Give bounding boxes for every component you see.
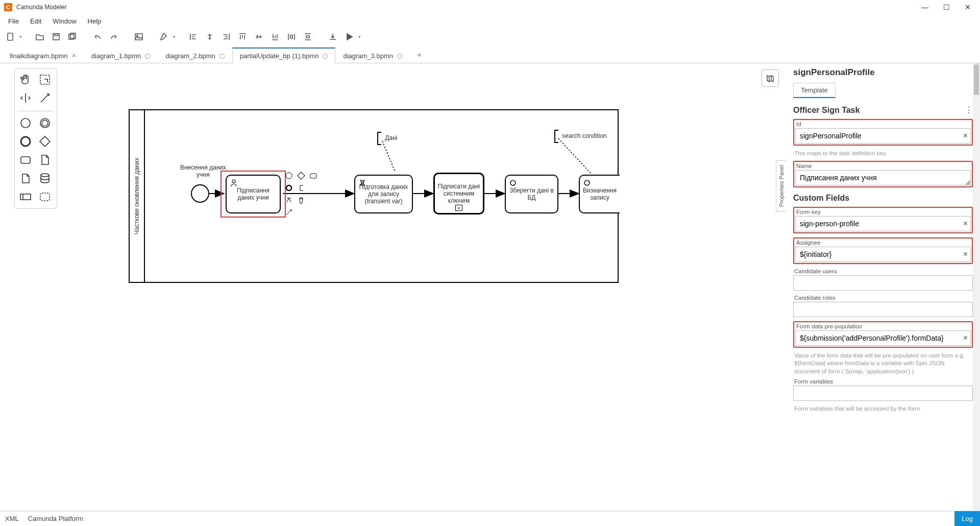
annotation-search[interactable]: search condition xyxy=(554,130,607,143)
id-hint: This maps to the task definition key. xyxy=(793,150,973,158)
palette-hand-tool[interactable] xyxy=(18,72,34,88)
minimize-button[interactable]: — xyxy=(919,1,931,13)
palette-lasso-tool[interactable] xyxy=(37,72,54,88)
align-right-button[interactable] xyxy=(219,30,233,44)
redo-button[interactable] xyxy=(107,30,121,44)
palette-end-event[interactable] xyxy=(18,134,34,150)
bpmn-service-task-define[interactable]: Визначення запису xyxy=(579,175,620,213)
distribute-v-button[interactable] xyxy=(301,30,315,44)
tab-1[interactable]: diagram_1.bpmn xyxy=(84,48,158,63)
svg-rect-13 xyxy=(21,157,30,163)
tab-bar: finalkdiagram.bpmn× diagram_1.bpmn diagr… xyxy=(0,46,980,63)
align-left-button[interactable] xyxy=(186,30,201,44)
formvars-hint: Form variables that will be accessed by … xyxy=(793,405,973,413)
clear-icon[interactable]: × xyxy=(963,219,968,228)
task-label: Зберегти дані в БД xyxy=(508,187,555,201)
run-button[interactable] xyxy=(342,30,356,44)
ctx-delete[interactable] xyxy=(296,195,306,205)
lane-label: Часткове оновлення даних xyxy=(133,158,140,234)
log-button[interactable]: Log xyxy=(954,511,980,526)
clear-icon[interactable]: × xyxy=(963,131,968,140)
toolbar: ▾ ▾ ▾ xyxy=(0,28,980,46)
palette xyxy=(14,68,57,209)
bpmn-start-event[interactable] xyxy=(191,184,209,203)
svg-point-28 xyxy=(286,185,291,190)
bpmn-service-task-save[interactable]: Зберегти дані в БД xyxy=(505,175,558,213)
palette-intermediate-event[interactable] xyxy=(37,115,54,132)
palette-start-event[interactable] xyxy=(18,115,34,132)
open-file-button[interactable] xyxy=(33,30,47,44)
close-button[interactable]: ✕ xyxy=(962,1,974,13)
svg-point-11 xyxy=(21,137,30,146)
properties-panel: signPersonalProfile Template Officer Sig… xyxy=(786,63,980,511)
form-variables-input[interactable] xyxy=(793,386,973,401)
menu-window[interactable]: Window xyxy=(47,15,81,27)
tab-label: diagram_3.bpmn xyxy=(343,52,393,60)
color-button[interactable] xyxy=(157,30,171,44)
prepopulation-input[interactable] xyxy=(795,330,971,346)
canvas[interactable]: Properties Panel Часткове оновлення дани… xyxy=(57,63,786,511)
align-bottom-button[interactable] xyxy=(268,30,282,44)
menu-help[interactable]: Help xyxy=(83,15,107,27)
image-button[interactable] xyxy=(132,30,146,44)
palette-group[interactable] xyxy=(37,189,54,205)
distribute-h-button[interactable] xyxy=(284,30,299,44)
palette-data-object[interactable] xyxy=(37,152,54,169)
ctx-append-task[interactable] xyxy=(308,171,318,181)
candidate-roles-input[interactable] xyxy=(793,302,973,317)
save-button[interactable] xyxy=(49,30,63,44)
properties-tab-template[interactable]: Template xyxy=(793,83,836,98)
maximize-button[interactable]: ☐ xyxy=(940,1,952,13)
tab-0[interactable]: finalkdiagram.bpmn× xyxy=(2,47,84,63)
align-middle-button[interactable] xyxy=(252,30,266,44)
properties-panel-toggle[interactable]: Properties Panel xyxy=(776,160,786,211)
save-all-button[interactable] xyxy=(65,30,80,44)
clear-icon[interactable]: × xyxy=(963,250,968,259)
ctx-connect[interactable] xyxy=(284,207,294,218)
ctx-append-event[interactable] xyxy=(284,171,294,181)
new-file-button[interactable] xyxy=(3,30,17,44)
palette-gateway[interactable] xyxy=(37,134,54,150)
menu-file[interactable]: File xyxy=(3,15,24,27)
palette-database[interactable] xyxy=(37,171,54,187)
align-top-button[interactable] xyxy=(235,30,250,44)
align-center-button[interactable] xyxy=(203,30,217,44)
bpmn-user-task-selected[interactable]: Підписання даних учня xyxy=(226,175,281,213)
status-xml[interactable]: XML xyxy=(5,515,19,522)
bpmn-service-task-sign[interactable]: Підписати дані системним ключем + xyxy=(433,173,484,214)
menu-edit[interactable]: Edit xyxy=(25,15,46,27)
form-key-input[interactable] xyxy=(795,216,971,231)
section-menu-icon[interactable]: ⋮ xyxy=(965,105,973,115)
bpmn-pool[interactable]: Часткове оновлення даних Внесення даних … xyxy=(129,109,619,283)
clear-icon[interactable]: × xyxy=(963,333,968,343)
minimap-button[interactable] xyxy=(762,69,779,87)
id-input[interactable] xyxy=(795,128,971,144)
candidate-users-input[interactable] xyxy=(793,275,973,291)
undo-button[interactable] xyxy=(90,30,105,44)
lane-header[interactable]: Часткове оновлення даних xyxy=(130,110,145,282)
palette-space-tool[interactable] xyxy=(18,90,34,107)
status-platform[interactable]: Camunda Platform xyxy=(28,515,83,522)
scrollbar[interactable] xyxy=(973,63,980,511)
ctx-append-end-event[interactable] xyxy=(284,183,294,193)
name-input[interactable] xyxy=(795,170,971,185)
ctx-append-gateway[interactable] xyxy=(296,171,306,181)
statusbar: XML Camunda Platform Log xyxy=(0,511,980,526)
palette-pool[interactable] xyxy=(18,189,34,205)
scrollbar-thumb[interactable] xyxy=(974,64,979,95)
palette-task[interactable] xyxy=(18,152,34,169)
add-tab-button[interactable]: + xyxy=(410,47,429,63)
ctx-change-type[interactable] xyxy=(284,195,294,205)
assignee-input[interactable] xyxy=(795,247,971,262)
deploy-button[interactable] xyxy=(326,30,340,44)
tab-3[interactable]: partialUpdate_bp (1).bpmn xyxy=(232,47,336,63)
bpmn-script-task-prepare[interactable]: Підготовка даних для запису (transient v… xyxy=(354,175,413,213)
ctx-annotation[interactable] xyxy=(296,183,306,193)
palette-connect-tool[interactable] xyxy=(37,90,54,107)
annotation-data[interactable]: Дані xyxy=(377,132,397,145)
tab-4[interactable]: diagram_3.bpmn xyxy=(335,48,410,63)
palette-data-store[interactable] xyxy=(18,171,34,187)
close-icon[interactable]: × xyxy=(71,52,76,60)
field-assignee: Assignee × xyxy=(793,237,973,264)
tab-2[interactable]: diagram_2.bpmn xyxy=(158,48,232,63)
